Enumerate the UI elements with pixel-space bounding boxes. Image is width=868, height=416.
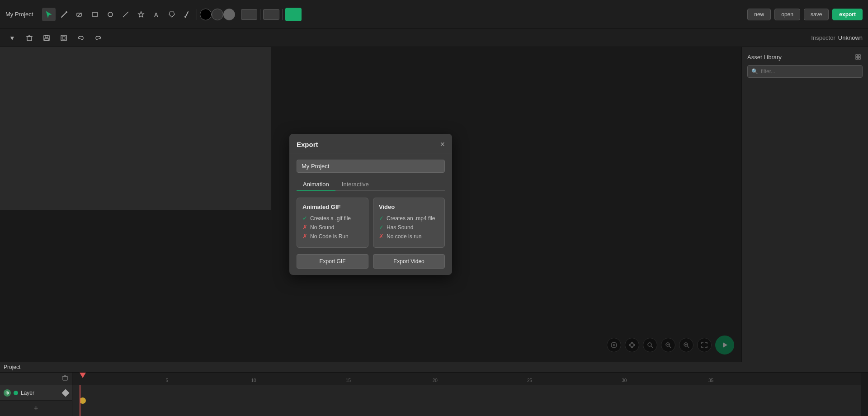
filter-input-area: 🔍 bbox=[747, 65, 863, 78]
cross-icon-3: ✗ bbox=[379, 233, 384, 240]
ruler-mark-5: 5 bbox=[165, 378, 168, 383]
modal-tabs: Animation Interactive bbox=[297, 178, 445, 191]
svg-point-6 bbox=[108, 12, 113, 17]
timeline-area: Project Layer + bbox=[0, 362, 868, 416]
circle-tool[interactable] bbox=[104, 8, 117, 21]
settings-btn[interactable] bbox=[57, 31, 71, 45]
svg-point-2 bbox=[66, 11, 67, 13]
dropdown-btn[interactable]: ▼ bbox=[5, 31, 19, 45]
svg-rect-38 bbox=[856, 57, 858, 59]
line-tool[interactable] bbox=[119, 8, 132, 21]
select-tool[interactable] bbox=[42, 8, 56, 21]
svg-rect-5 bbox=[92, 13, 98, 16]
delete-layer-btn[interactable] bbox=[62, 375, 68, 383]
top-toolbar: My Project A bbox=[0, 0, 868, 29]
cross-icon-2: ✗ bbox=[302, 233, 307, 240]
layer-keyframe-icon bbox=[62, 389, 70, 397]
video-feature-text-2: Has Sound bbox=[387, 224, 413, 231]
export-modal: Export × Animation Interactive Animated … bbox=[289, 134, 452, 275]
ruler-mark-15: 15 bbox=[346, 378, 351, 383]
timeline-body: Layer + 5 10 15 20 25 30 35 bbox=[0, 373, 868, 416]
modal-title: Export bbox=[297, 141, 318, 148]
add-layer-button[interactable]: + bbox=[0, 401, 72, 416]
layer-visibility-icon[interactable] bbox=[4, 389, 11, 397]
svg-rect-39 bbox=[859, 57, 860, 59]
tab-interactive[interactable]: Interactive bbox=[335, 178, 375, 191]
top-right-actions: new open save export bbox=[747, 9, 863, 20]
panel-expand-btn[interactable] bbox=[854, 52, 863, 61]
cross-icon-1: ✗ bbox=[302, 224, 307, 231]
color-secondary[interactable] bbox=[212, 9, 223, 20]
svg-rect-14 bbox=[27, 37, 32, 41]
magic-tool[interactable] bbox=[134, 8, 148, 21]
inspector-label: Inspector bbox=[811, 34, 835, 41]
video-card: Video ✓ Creates an .mp4 file ✓ Has Sound… bbox=[373, 198, 445, 248]
redo-btn[interactable] bbox=[91, 31, 105, 45]
svg-line-1 bbox=[61, 13, 66, 17]
playhead-line bbox=[80, 385, 80, 416]
export-gif-button[interactable]: Export GIF bbox=[297, 254, 368, 269]
ruler-mark-10: 10 bbox=[251, 378, 256, 383]
animated-gif-title: Animated GIF bbox=[302, 203, 363, 210]
svg-point-12 bbox=[184, 16, 186, 18]
export-video-button[interactable]: Export Video bbox=[373, 254, 445, 269]
fill-tool[interactable] bbox=[165, 8, 179, 21]
modal-header: Export × bbox=[289, 134, 452, 153]
ruler-mark-35: 35 bbox=[708, 378, 713, 383]
eraser-tool[interactable] bbox=[73, 8, 86, 21]
gif-feature-1: ✓ Creates a .gif file bbox=[302, 215, 363, 222]
filename-input[interactable] bbox=[297, 160, 445, 173]
brush-size-input[interactable]: 10 bbox=[241, 9, 257, 20]
filter-icon: 🔍 bbox=[751, 68, 758, 75]
color-fill[interactable] bbox=[223, 9, 235, 20]
modal-overlay: Export × Animation Interactive Animated … bbox=[0, 47, 741, 362]
timeline-header: Project bbox=[0, 362, 868, 373]
canvas-area: Export × Animation Interactive Animated … bbox=[0, 47, 741, 362]
color-swatch-green[interactable] bbox=[285, 8, 302, 21]
svg-rect-21 bbox=[62, 37, 65, 39]
keyframe-dot[interactable] bbox=[80, 397, 86, 404]
video-feature-text-1: Creates an .mp4 file bbox=[387, 215, 435, 222]
filter-input[interactable] bbox=[761, 68, 859, 75]
export-options: Animated GIF ✓ Creates a .gif file ✗ No … bbox=[297, 198, 445, 248]
save-icon-btn[interactable] bbox=[40, 31, 53, 45]
ruler-mark-30: 30 bbox=[622, 378, 627, 383]
svg-rect-37 bbox=[859, 55, 860, 57]
timeline-tab-project[interactable]: Project bbox=[4, 364, 20, 370]
ruler-mark-25: 25 bbox=[527, 378, 532, 383]
add-layer-icon: + bbox=[33, 404, 38, 413]
gif-feature-3: ✗ No Code is Run bbox=[302, 233, 363, 240]
playhead-indicator[interactable] bbox=[80, 373, 86, 378]
open-button[interactable]: open bbox=[774, 9, 800, 20]
text-tool[interactable]: A bbox=[150, 8, 163, 21]
tool-group: A bbox=[42, 8, 194, 21]
undo-btn[interactable] bbox=[74, 31, 88, 45]
svg-rect-20 bbox=[61, 35, 66, 41]
modal-close-button[interactable]: × bbox=[440, 140, 445, 148]
separator-2 bbox=[238, 9, 238, 20]
video-feature-1: ✓ Creates an .mp4 file bbox=[379, 215, 439, 222]
color-primary[interactable] bbox=[200, 9, 212, 20]
export-button[interactable]: export bbox=[832, 9, 863, 20]
export-buttons: Export GIF Export Video bbox=[297, 254, 445, 269]
brush-tool[interactable] bbox=[57, 8, 71, 21]
timeline-scrollbar[interactable] bbox=[861, 373, 868, 416]
save-button[interactable]: save bbox=[804, 9, 829, 20]
rect-tool[interactable] bbox=[88, 8, 102, 21]
main-area: Export × Animation Interactive Animated … bbox=[0, 47, 868, 362]
delete-btn[interactable] bbox=[23, 31, 36, 45]
project-title: My Project bbox=[5, 11, 33, 18]
new-button[interactable]: new bbox=[747, 9, 771, 20]
inspector-value: Unknown bbox=[838, 34, 863, 41]
video-feature-2: ✓ Has Sound bbox=[379, 224, 439, 231]
svg-text:A: A bbox=[154, 12, 158, 18]
svg-marker-10 bbox=[169, 12, 175, 17]
gif-feature-text-1: Creates a .gif file bbox=[310, 215, 351, 222]
separator-3 bbox=[260, 9, 260, 20]
brush-opacity-input[interactable]: 20 bbox=[263, 9, 279, 20]
layer-color-dot bbox=[14, 391, 18, 395]
tab-animation[interactable]: Animation bbox=[297, 178, 335, 191]
layer-name: Layer bbox=[21, 390, 60, 396]
timeline-track[interactable] bbox=[72, 385, 861, 416]
eyedropper-tool[interactable] bbox=[180, 8, 194, 21]
